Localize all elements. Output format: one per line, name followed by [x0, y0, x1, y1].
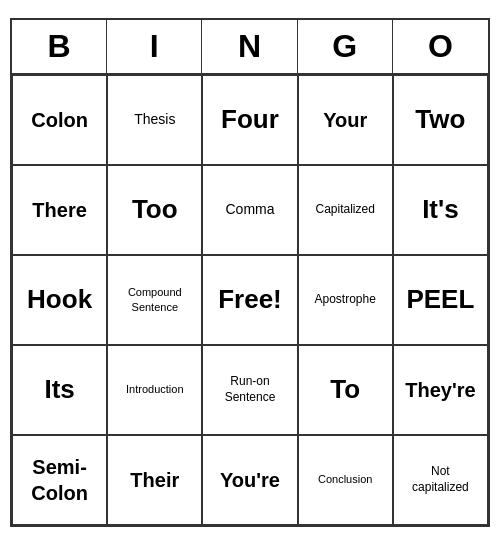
cell-label: Not capitalized: [412, 464, 469, 495]
bingo-cell: Its: [12, 345, 107, 435]
bingo-cell: Colon: [12, 75, 107, 165]
bingo-cell: Not capitalized: [393, 435, 488, 525]
bingo-grid: ColonThesisFourYourTwoThereTooCommaCapit…: [12, 75, 488, 525]
cell-label: It's: [422, 193, 459, 227]
bingo-cell: Semi- Colon: [12, 435, 107, 525]
bingo-cell: Comma: [202, 165, 297, 255]
bingo-card: BINGO ColonThesisFourYourTwoThereTooComm…: [10, 18, 490, 527]
bingo-header: BINGO: [12, 20, 488, 75]
bingo-cell: Introduction: [107, 345, 202, 435]
bingo-cell: Their: [107, 435, 202, 525]
header-letter: B: [12, 20, 107, 73]
bingo-cell: Apostrophe: [298, 255, 393, 345]
cell-label: Its: [44, 373, 74, 407]
bingo-cell: Two: [393, 75, 488, 165]
bingo-cell: There: [12, 165, 107, 255]
cell-label: To: [330, 373, 360, 407]
header-letter: G: [298, 20, 393, 73]
bingo-cell: They're: [393, 345, 488, 435]
cell-label: Conclusion: [318, 472, 372, 486]
cell-label: Comma: [225, 200, 274, 218]
bingo-cell: Thesis: [107, 75, 202, 165]
bingo-cell: It's: [393, 165, 488, 255]
cell-label: Your: [323, 107, 367, 133]
header-letter: I: [107, 20, 202, 73]
bingo-cell: Too: [107, 165, 202, 255]
cell-label: Apostrophe: [315, 292, 376, 308]
bingo-cell: Run-on Sentence: [202, 345, 297, 435]
cell-label: Too: [132, 193, 178, 227]
cell-label: Two: [415, 103, 465, 137]
cell-label: There: [32, 197, 86, 223]
bingo-cell: Compound Sentence: [107, 255, 202, 345]
bingo-cell: Hook: [12, 255, 107, 345]
cell-label: PEEL: [406, 283, 474, 317]
header-letter: N: [202, 20, 297, 73]
cell-label: Compound Sentence: [128, 285, 182, 314]
header-letter: O: [393, 20, 488, 73]
cell-label: Colon: [31, 107, 88, 133]
bingo-cell: You're: [202, 435, 297, 525]
cell-label: Introduction: [126, 382, 183, 396]
cell-label: Four: [221, 103, 279, 137]
cell-label: They're: [405, 377, 475, 403]
cell-label: Their: [130, 467, 179, 493]
cell-label: Thesis: [134, 110, 175, 128]
cell-label: Run-on Sentence: [225, 374, 276, 405]
bingo-cell: Capitalized: [298, 165, 393, 255]
bingo-cell: Four: [202, 75, 297, 165]
cell-label: Capitalized: [316, 202, 375, 218]
cell-label: You're: [220, 467, 280, 493]
cell-label: Semi- Colon: [31, 454, 88, 506]
cell-label: Hook: [27, 283, 92, 317]
bingo-cell: To: [298, 345, 393, 435]
bingo-cell: Conclusion: [298, 435, 393, 525]
cell-label: Free!: [218, 283, 282, 317]
bingo-cell: Your: [298, 75, 393, 165]
bingo-cell: Free!: [202, 255, 297, 345]
bingo-cell: PEEL: [393, 255, 488, 345]
